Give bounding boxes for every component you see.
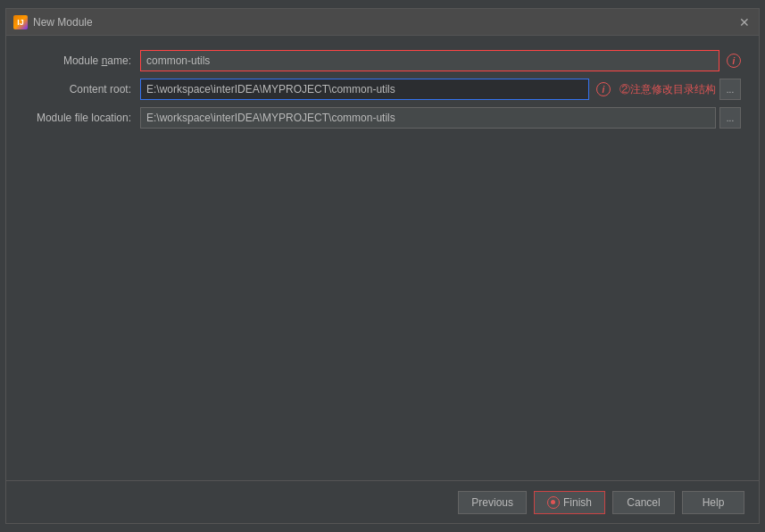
module-file-input[interactable]: [140, 107, 716, 129]
finish-label: Finish: [563, 496, 592, 509]
content-root-info-icon: i: [596, 82, 611, 96]
content-root-annotation: ②注意修改目录结构: [619, 82, 716, 97]
module-file-browse-button[interactable]: ...: [719, 107, 741, 129]
content-root-label: Content root:: [24, 83, 140, 96]
finish-button[interactable]: Finish: [534, 491, 605, 514]
module-file-label: Module file location:: [24, 112, 140, 124]
app-icon: IJ: [13, 15, 28, 29]
module-name-label: Module name:: [24, 54, 140, 67]
cancel-button[interactable]: Cancel: [612, 491, 675, 514]
module-name-row: Module name: i: [24, 50, 741, 71]
help-button[interactable]: Help: [682, 491, 744, 514]
content-root-input-wrapper: i ②注意修改目录结构 ...: [140, 79, 741, 100]
dialog-title: New Module: [33, 16, 93, 29]
dialog-footer: Previous Finish Cancel Help: [6, 480, 759, 523]
module-file-row: Module file location: ...: [24, 107, 741, 129]
module-name-input[interactable]: [140, 50, 719, 71]
new-module-dialog: IJ New Module ✕ Module name: i Content r…: [5, 8, 760, 524]
content-root-input[interactable]: [140, 79, 589, 100]
close-button[interactable]: ✕: [737, 15, 752, 29]
title-bar: IJ New Module ✕: [6, 9, 759, 36]
module-name-info-icon: i: [727, 54, 741, 68]
dialog-body: Module name: i Content root: i ②注意修改目录结构…: [6, 36, 759, 480]
module-name-input-wrapper: i: [140, 50, 741, 71]
title-bar-left: IJ New Module: [13, 15, 93, 29]
module-file-input-wrapper: ...: [140, 107, 741, 129]
content-root-row: Content root: i ②注意修改目录结构 ...: [24, 79, 741, 100]
content-root-browse-button[interactable]: ...: [719, 79, 741, 100]
finish-icon: [547, 496, 560, 509]
previous-button[interactable]: Previous: [458, 491, 527, 514]
